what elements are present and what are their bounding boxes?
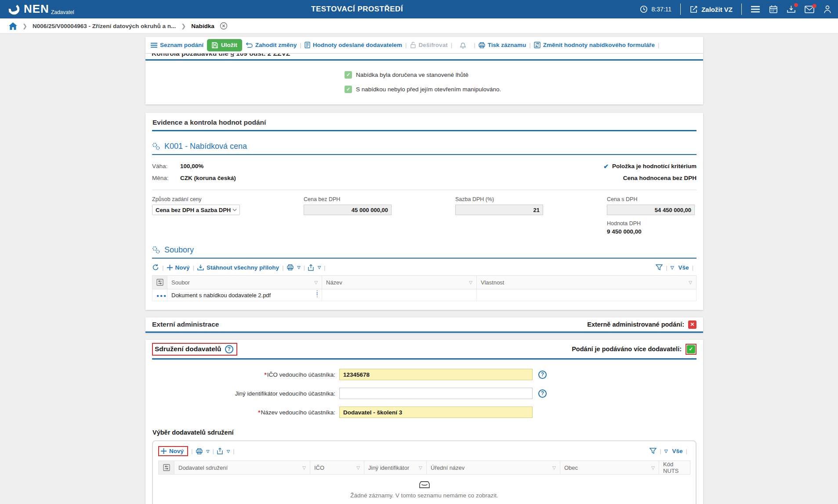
top-bar: NEN Zadavatel TESTOVACÍ PROSTŘEDÍ 8:37:1… <box>0 0 838 18</box>
filter-chevron-icon[interactable]: ▽ <box>552 465 556 470</box>
change-form-values-button[interactable]: Změnit hodnoty nabídkového formuláře <box>534 42 655 48</box>
vse-filter-button[interactable]: ▽ Vše <box>671 264 689 271</box>
green-checkbox[interactable]: ✓ <box>687 345 695 353</box>
filter-chevron-icon[interactable]: ▽ <box>469 280 472 285</box>
seznam-podani-button[interactable]: Seznam podání <box>151 42 203 48</box>
filter-chevron-icon[interactable]: ▽ <box>356 465 360 470</box>
export-grid-button[interactable]: ▽ <box>217 448 230 454</box>
save-button[interactable]: Uložit <box>207 39 242 51</box>
column-header-nazev[interactable]: Název▽ <box>322 276 477 289</box>
home-icon[interactable] <box>9 22 17 30</box>
nazev-input[interactable] <box>339 407 533 418</box>
novy-button-annotated: Nový <box>158 446 188 456</box>
column-settings-button[interactable] <box>159 461 174 475</box>
table-row[interactable]: ●●● Dokument s nabídkou dodavatele 2.pdf… <box>152 289 697 301</box>
externi-heading: Externí administrace <box>152 320 219 328</box>
cena-s-dph-input[interactable] <box>607 205 695 215</box>
chevron-down-icon: ▽ <box>318 265 321 270</box>
nazev-cell <box>322 289 477 301</box>
red-x-checkbox[interactable]: ✕ <box>688 320 697 329</box>
sdruzeni-flag-label: Podání je podáváno více dodavateli: <box>572 346 682 353</box>
chevron-down-icon: ▽ <box>671 265 674 270</box>
print-record-button[interactable]: Tisk záznamu <box>479 42 526 48</box>
filter-chevron-icon[interactable]: ▽ <box>314 280 318 285</box>
funnel-icon <box>656 264 663 271</box>
hodnocena-flag: Cena hodnocena bez DPH <box>623 175 697 181</box>
notifications-bell-icon[interactable] <box>460 42 466 49</box>
jiny-identifikator-row: Jiný identifikátor vedoucího účastníka: … <box>152 388 697 399</box>
filter-chevron-icon[interactable]: ▽ <box>302 465 306 470</box>
zpusob-zadani-select[interactable]: Cena bez DPH a Sazba DPH <box>152 205 240 215</box>
vse-filter-button[interactable]: ▽ Vše <box>664 448 683 454</box>
vaha-row: Váha: 100,00% ✔ Položka je hodnotící kri… <box>152 160 697 172</box>
column-header-jiny-identifikator[interactable]: Jiný identifikátor▽ <box>364 461 427 475</box>
gears-icon <box>152 142 160 151</box>
column-header-uredni-nazev[interactable]: Úřední název▽ <box>427 461 560 475</box>
nen-logo[interactable]: NEN Zadavatel <box>7 2 74 16</box>
column-header-dodavatel[interactable]: Dodavatel sdružení▽ <box>174 461 310 475</box>
cena-s-dph-field: Cena s DPH Hodnota DPH 9 450 000,00 <box>607 196 697 235</box>
vyber-dodavatelu-heading: Výběr dodavatelů sdružení <box>152 429 697 436</box>
breadcrumb-item-procedure[interactable]: N006/25/V00004963 - Zřízení datových okr… <box>33 23 176 29</box>
vyber-dodavatelu-panel: Nový | ▽ | ▽ | <box>152 440 697 504</box>
download-all-attachments-button[interactable]: Stáhnout všechny přílohy <box>197 264 279 271</box>
user-profile-button[interactable] <box>823 5 832 14</box>
vyber-dodavatelu-table: Dodavatel sdružení▽ IČO▽ Jiný identifiká… <box>158 461 690 475</box>
decrypt-button: Dešifrovat <box>410 42 448 48</box>
kontrola-section: Kontrola požadavku dle § 109 odst. 2 ZZV… <box>145 54 703 104</box>
help-icon[interactable]: ? <box>538 389 547 398</box>
sazba-dph-input[interactable] <box>455 205 543 215</box>
k001-subsection-heading: K001 - Nabídková cena <box>152 142 697 151</box>
filter-chevron-icon[interactable]: ▽ <box>689 280 692 285</box>
create-vz-button[interactable]: Založit VZ <box>689 5 733 14</box>
mena-row: Měna: CZK (koruna česká) Cena hodnocena … <box>152 172 697 184</box>
downloads-button[interactable] <box>787 5 796 14</box>
kriterium-flag: ✔ Položka je hodnotící kritérium <box>603 163 697 170</box>
hodnoty-odeslane-button[interactable]: Hodnoty odeslané dodavatelem <box>305 42 402 48</box>
chevron-down-icon: ▽ <box>227 449 230 454</box>
vyber-toolbar: Nový | ▽ | ▽ | <box>158 446 690 456</box>
filter-chevron-icon[interactable]: ▽ <box>651 465 655 470</box>
cena-bez-dph-input[interactable] <box>304 205 392 215</box>
empty-inbox-icon <box>419 481 430 489</box>
jiny-identifikator-input[interactable] <box>339 388 533 399</box>
row-actions-button[interactable]: ●●● <box>152 289 167 301</box>
breadcrumb-item-nabidka[interactable]: Nabídka <box>191 23 214 29</box>
drag-handle-icon[interactable]: ⋮⋮ <box>314 291 320 296</box>
refresh-button[interactable] <box>152 264 159 271</box>
breadcrumb-chevron: ❯ <box>22 23 27 29</box>
print-grid-button[interactable]: ▽ <box>196 448 210 454</box>
breadcrumb-chevron: ❯ <box>181 23 186 29</box>
export-grid-button[interactable]: ▽ <box>308 264 321 271</box>
discard-changes-button[interactable]: Zahodit změny <box>246 42 297 48</box>
column-header-vlastnost[interactable]: Vlastnost▽ <box>477 276 697 289</box>
print-grid-button[interactable]: ▽ <box>287 264 301 270</box>
ico-input[interactable] <box>339 369 533 380</box>
sliders-icon <box>156 279 163 286</box>
close-tab-icon[interactable] <box>220 22 228 30</box>
nazev-row: *Název vedoucího účastníka: <box>152 407 697 418</box>
sdruzeni-dodavatelu-section: Sdružení dodavatelů ? Podání je podáváno… <box>145 340 703 504</box>
column-header-obec[interactable]: Obec▽ <box>560 461 659 475</box>
kontrola-heading: Kontrola požadavku dle § 109 odst. 2 ZZV… <box>152 54 703 58</box>
filter-chevron-icon[interactable]: ▽ <box>419 465 422 470</box>
soubory-novy-button[interactable]: Nový <box>167 264 190 271</box>
sdruzeni-heading-annotated: Sdružení dodavatelů ? <box>152 343 237 356</box>
column-header-ico[interactable]: IČO▽ <box>310 461 364 475</box>
menu-button[interactable] <box>751 5 760 13</box>
column-header-kod-nuts[interactable]: Kód NUTS <box>659 461 690 475</box>
help-icon[interactable]: ? <box>538 371 547 379</box>
cena-bez-dph-field: Cena bez DPH <box>304 196 455 235</box>
evidence-section: Evidence a kontrola hodnot podání K001 -… <box>145 113 703 310</box>
calendar-button[interactable] <box>769 5 778 14</box>
file-name-cell[interactable]: Dokument s nabídkou dodavatele 2.pdf ⋮⋮ <box>167 289 322 301</box>
column-settings-button[interactable] <box>152 276 167 289</box>
sdruzeni-novy-button[interactable]: Nový <box>161 448 184 454</box>
funnel-icon <box>649 448 657 454</box>
printer-icon <box>287 264 294 270</box>
filter-button[interactable] <box>649 448 657 454</box>
help-icon[interactable]: ? <box>225 345 233 353</box>
column-header-soubor[interactable]: Soubor▽ <box>167 276 322 289</box>
messages-button[interactable] <box>805 6 814 13</box>
filter-button[interactable] <box>656 264 663 271</box>
